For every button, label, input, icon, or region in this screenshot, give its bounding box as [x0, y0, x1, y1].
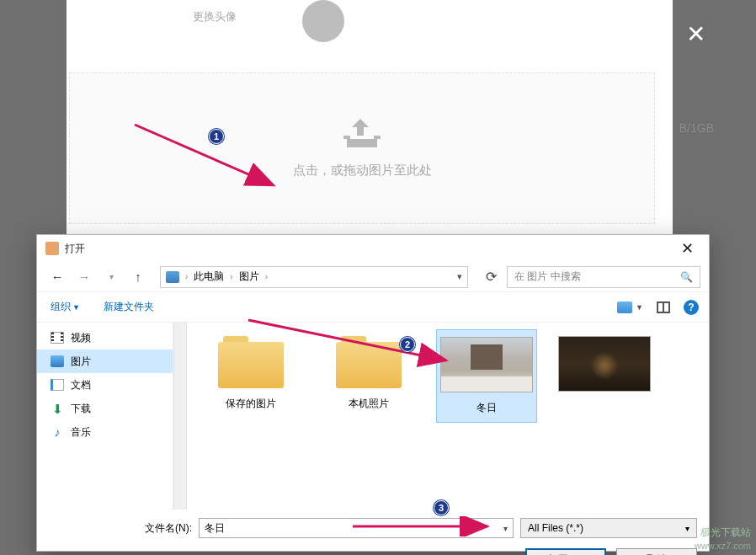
dialog-footer: 文件名(N): 冬日▾ All Files (*.*)▾ 打开(O) 取消 [37, 510, 709, 555]
pc-icon [166, 271, 179, 283]
breadcrumb[interactable]: › 此电脑 › 图片 › ▾ [160, 266, 468, 288]
folder-icon [336, 336, 402, 388]
sidebar-scrollbar[interactable] [173, 323, 187, 510]
music-icon: ♪ [51, 426, 64, 438]
chevron-right-icon: › [185, 272, 188, 281]
organize-button[interactable]: 组织▼ [47, 297, 83, 317]
file-winter[interactable]: 冬日 [436, 329, 537, 423]
back-button[interactable]: ← [45, 267, 69, 287]
up-button[interactable]: ↑ [126, 267, 150, 287]
dialog-toolbar: 组织▼ 新建文件夹 ▼ ? [37, 292, 709, 323]
sidebar-item-pictures[interactable]: 图片 [37, 350, 173, 373]
pictures-icon [51, 355, 64, 367]
search-icon: 🔍 [680, 271, 693, 283]
search-input[interactable]: 在 图片 中搜索 🔍 [507, 266, 700, 288]
sidebar-item-downloads[interactable]: ⬇下载 [37, 397, 173, 420]
filename-label: 文件名(N): [49, 521, 192, 536]
chevron-down-icon: ▾ [685, 524, 689, 533]
change-avatar-label: 更换头像 [193, 9, 237, 24]
view-mode-button[interactable]: ▼ [617, 302, 643, 313]
chevron-right-icon: › [265, 272, 268, 281]
dialog-body: 视频 图片 文档 ⬇下载 ♪音乐 保存的图片 本机照片 冬日 [37, 323, 709, 510]
new-folder-button[interactable]: 新建文件夹 [100, 297, 157, 317]
watermark: 极光下载站 www.xz7.com [695, 526, 751, 552]
view-icon [617, 302, 632, 313]
file-open-dialog: 打开 ✕ ← → ▾ ↑ › 此电脑 › 图片 › ▾ ⟳ 在 图片 中搜索 🔍… [36, 234, 710, 552]
file-list[interactable]: 保存的图片 本机照片 冬日 [187, 323, 709, 510]
sidebar-item-music[interactable]: ♪音乐 [37, 420, 173, 444]
image-thumbnail [440, 337, 533, 392]
folder-icon [218, 336, 284, 388]
storage-label: B/1GB [679, 121, 714, 135]
sidebar: 视频 图片 文档 ⬇下载 ♪音乐 [37, 323, 173, 510]
annotation-badge-3: 3 [434, 500, 449, 515]
forward-button[interactable]: → [72, 267, 96, 287]
help-icon[interactable]: ? [684, 300, 699, 315]
image-thumbnail [558, 336, 651, 392]
recent-dropdown-icon[interactable]: ▾ [99, 267, 123, 287]
filename-input[interactable]: 冬日▾ [199, 518, 514, 538]
close-icon[interactable]: ✕ [686, 20, 705, 48]
dialog-title: 打开 [65, 242, 674, 256]
downloads-icon: ⬇ [51, 403, 64, 414]
breadcrumb-root[interactable]: 此电脑 [194, 269, 224, 284]
dialog-navbar: ← → ▾ ↑ › 此电脑 › 图片 › ▾ ⟳ 在 图片 中搜索 🔍 [37, 262, 709, 292]
sidebar-item-documents[interactable]: 文档 [37, 373, 173, 397]
preview-pane-button[interactable] [657, 302, 670, 313]
file-item[interactable] [554, 329, 655, 398]
refresh-button[interactable]: ⟳ [478, 269, 503, 285]
breadcrumb-folder[interactable]: 图片 [239, 269, 259, 284]
sidebar-item-video[interactable]: 视频 [37, 326, 173, 350]
upload-dropzone[interactable]: 点击，或拖动图片至此处 [69, 72, 655, 224]
search-placeholder: 在 图片 中搜索 [514, 269, 581, 284]
open-button[interactable]: 打开(O) [525, 548, 606, 555]
video-icon [51, 332, 64, 344]
avatar-placeholder-icon [302, 0, 344, 42]
cancel-button[interactable]: 取消 [616, 548, 697, 555]
folder-saved-pictures[interactable]: 保存的图片 [200, 329, 301, 418]
documents-icon [51, 379, 64, 391]
filetype-select[interactable]: All Files (*.*)▾ [520, 518, 697, 538]
upload-icon [343, 119, 381, 147]
upload-hint-text: 点击，或拖动图片至此处 [293, 163, 432, 179]
dialog-titlebar: 打开 ✕ [37, 235, 709, 262]
chevron-right-icon: › [230, 272, 232, 281]
app-icon [45, 242, 59, 255]
chevron-down-icon[interactable]: ▾ [503, 524, 508, 533]
breadcrumb-dropdown-icon[interactable]: ▾ [457, 271, 462, 282]
dialog-close-icon[interactable]: ✕ [674, 239, 700, 258]
annotation-badge-2: 2 [400, 337, 415, 352]
annotation-badge-1: 1 [209, 129, 224, 144]
